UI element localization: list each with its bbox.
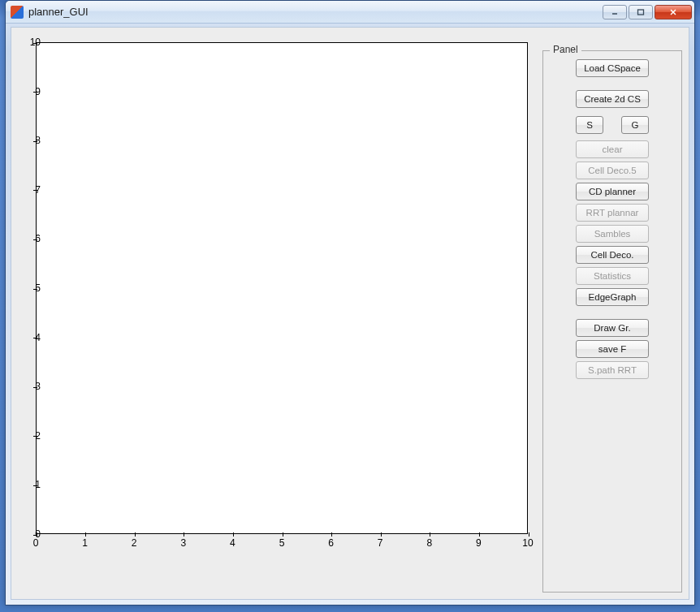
titlebar[interactable]: planner_GUI — [6, 1, 694, 24]
y-tick-label: 1 — [24, 479, 41, 490]
y-tick-label: 8 — [24, 135, 41, 146]
edgegraph-button[interactable]: EdgeGraph — [576, 288, 649, 306]
y-tick-label: 4 — [24, 332, 41, 343]
x-tick — [479, 532, 480, 537]
spath-rrt-button[interactable]: S.path RRT — [576, 361, 649, 379]
x-tick-label: 4 — [230, 537, 235, 549]
y-tick-label: 9 — [24, 86, 41, 97]
maximize-button[interactable] — [629, 5, 653, 19]
x-tick — [283, 532, 283, 537]
draw-gr-button[interactable]: Draw Gr. — [576, 319, 649, 337]
side-panel: Panel Load CSpace Create 2d CS S G clear… — [542, 50, 682, 593]
window-title: planner_GUI — [28, 6, 603, 18]
x-tick-label: 10 — [522, 537, 533, 549]
cell-deco-button[interactable]: Cell Deco. — [576, 246, 649, 264]
x-tick — [135, 532, 136, 537]
clear-button[interactable]: clear — [576, 140, 649, 158]
y-tick-label: 10 — [24, 37, 41, 48]
axes[interactable] — [36, 42, 528, 534]
x-tick-label: 2 — [132, 537, 137, 549]
x-tick — [85, 532, 86, 537]
sambles-button[interactable]: Sambles — [576, 225, 649, 243]
cd-planner-button[interactable]: CD planner — [576, 183, 649, 200]
x-tick-label: 5 — [279, 537, 285, 549]
x-tick — [331, 532, 332, 537]
y-tick-label: 5 — [24, 282, 41, 294]
x-tick-label: 1 — [82, 537, 88, 549]
x-tick — [381, 532, 382, 537]
y-tick-label: 0 — [24, 528, 41, 540]
y-tick-label: 6 — [24, 233, 41, 244]
s-button[interactable]: S — [576, 116, 603, 134]
load-cspace-button[interactable]: Load CSpace — [576, 59, 649, 77]
window-controls — [603, 5, 692, 19]
x-tick-label: 3 — [180, 537, 186, 549]
x-tick-label: 9 — [476, 537, 482, 549]
g-button[interactable]: G — [621, 116, 649, 134]
client-area: 012345678910012345678910 Panel Load CSpa… — [11, 27, 689, 600]
y-tick-label: 7 — [24, 184, 41, 196]
x-tick — [529, 532, 529, 537]
button-column: Load CSpace Create 2d CS S G clear Cell … — [543, 51, 681, 387]
svg-rect-1 — [638, 10, 644, 15]
y-tick-label: 3 — [24, 381, 41, 392]
x-tick — [430, 532, 430, 537]
x-tick-label: 8 — [426, 537, 432, 549]
x-tick — [184, 532, 184, 537]
plot-area: 012345678910012345678910 — [18, 39, 538, 591]
x-tick — [233, 532, 234, 537]
close-button[interactable] — [655, 5, 692, 19]
create-2d-cs-button[interactable]: Create 2d CS — [576, 90, 649, 108]
x-tick-label: 7 — [378, 537, 383, 549]
x-tick-label: 6 — [328, 537, 334, 549]
save-f-button[interactable]: save F — [576, 340, 649, 358]
rrt-plannar-button[interactable]: RRT plannar — [576, 204, 649, 222]
cell-deco-5-button[interactable]: Cell Deco.5 — [576, 162, 649, 179]
statistics-button[interactable]: Statistics — [576, 267, 649, 285]
minimize-button[interactable] — [603, 5, 627, 19]
matlab-icon — [11, 6, 24, 19]
panel-title: Panel — [550, 44, 581, 55]
y-tick-label: 2 — [24, 430, 41, 442]
app-window: planner_GUI 012345678910012345678910 Pan… — [5, 0, 695, 606]
